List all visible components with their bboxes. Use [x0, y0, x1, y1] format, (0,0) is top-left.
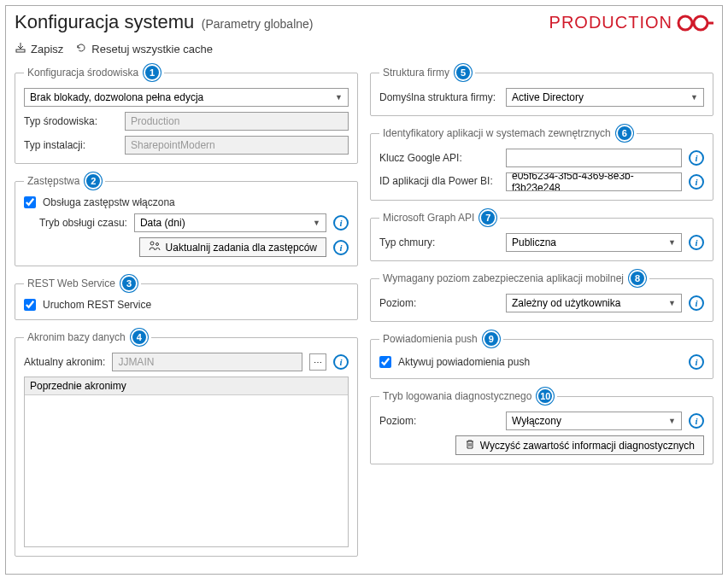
badge-1: 1 — [144, 64, 161, 81]
info-icon[interactable]: i — [333, 354, 349, 370]
current-acronym-field: JJMAIN — [112, 353, 302, 371]
mobile-security-group: Wymagany poziom zabezpieczenia aplikacji… — [370, 270, 713, 322]
env-type-field: Production — [125, 112, 349, 131]
svg-point-0 — [678, 16, 692, 30]
google-api-field[interactable] — [506, 149, 682, 167]
cloud-type-select[interactable]: Publiczna▼ — [506, 233, 682, 252]
environment-config-group: Konfiguracja środowiska1 Brak blokady, d… — [15, 64, 358, 164]
time-mode-select[interactable]: Data (dni)▼ — [134, 213, 326, 232]
powerbi-id-label: ID aplikacji dla Power BI: — [379, 176, 499, 187]
default-structure-label: Domyślna struktura firmy: — [379, 91, 499, 103]
substitutions-enabled-checkbox[interactable] — [24, 196, 36, 208]
info-icon[interactable]: i — [689, 235, 704, 250]
graph-api-group: Microsoft Graph API7 Typ chmury: Publicz… — [370, 209, 713, 261]
cloud-type-label: Typ chmury: — [379, 236, 499, 248]
push-notifications-group: Powiadomienia push9 Aktywuj powiadomieni… — [370, 330, 713, 379]
diag-level-label: Poziom: — [379, 415, 499, 427]
badge-4: 4 — [131, 329, 148, 346]
brand-label: PRODUCTION — [549, 13, 713, 32]
rest-enabled-checkbox[interactable] — [24, 299, 36, 311]
info-icon[interactable]: i — [333, 215, 349, 231]
install-type-field: SharepointModern — [125, 136, 349, 155]
svg-point-6 — [156, 243, 158, 246]
badge-2: 2 — [85, 172, 102, 190]
install-type-label: Typ instalacji: — [24, 139, 118, 151]
refresh-icon — [75, 42, 87, 56]
powerbi-id-field[interactable]: e05f6234-3f5d-4369-8e3b-f3b23e248 — [506, 172, 682, 191]
page-title: Konfiguracja systemu — [15, 11, 194, 32]
badge-10: 10 — [537, 388, 554, 405]
info-icon[interactable]: i — [333, 240, 349, 255]
google-api-label: Klucz Google API: — [379, 152, 499, 164]
reset-cache-button[interactable]: Resetuj wszystkie cache — [75, 42, 213, 56]
badge-3: 3 — [120, 275, 138, 292]
lock-mode-select[interactable]: Brak blokady, dozwolona pełna edycja▼ — [24, 88, 349, 107]
badge-6: 6 — [616, 125, 633, 142]
badge-5: 5 — [455, 64, 472, 81]
page-subtitle: (Parametry globalne) — [202, 17, 314, 31]
db-acronym-group: Akronim bazy danych4 Aktualny akronim: J… — [15, 329, 358, 557]
svg-point-5 — [150, 242, 154, 245]
trash-icon — [465, 439, 475, 452]
rest-enabled-label: Uruchom REST Service — [43, 299, 151, 311]
ellipsis-button[interactable]: ⋯ — [309, 353, 326, 371]
info-icon[interactable]: i — [689, 354, 704, 370]
push-enabled-label: Aktywuj powiadomienia push — [398, 356, 530, 368]
badge-8: 8 — [629, 270, 646, 287]
push-enabled-checkbox[interactable] — [379, 356, 391, 368]
substitutions-group: Zastępstwa2 Obsługa zastępstw włączona T… — [15, 172, 358, 266]
badge-9: 9 — [483, 330, 500, 347]
diagnostic-logging-group: Tryb logowania diagnostycznego10 Poziom:… — [370, 388, 713, 464]
previous-acronyms-header: Poprzednie akronimy — [25, 377, 348, 395]
substitutions-enabled-label: Obsługa zastępstw włączona — [43, 196, 175, 208]
update-tasks-button[interactable]: Uaktualnij zadania dla zastępców — [139, 237, 326, 257]
previous-acronyms-list[interactable]: Poprzednie akronimy — [24, 377, 349, 547]
brand-logo-icon — [676, 14, 713, 32]
save-icon — [15, 42, 26, 56]
security-level-label: Poziom: — [379, 297, 499, 309]
security-level-select[interactable]: Zależny od użytkownika▼ — [506, 294, 682, 312]
diag-level-select[interactable]: Wyłączony▼ — [506, 412, 682, 430]
save-button[interactable]: Zapisz — [15, 42, 63, 56]
svg-rect-4 — [16, 50, 25, 52]
env-type-label: Typ środowiska: — [24, 115, 118, 127]
rest-service-group: REST Web Service3 Uruchom REST Service — [15, 275, 358, 320]
external-ids-group: Identyfikatory aplikacji w systemach zew… — [370, 125, 713, 201]
company-structure-group: Struktura firmy5 Domyślna struktura firm… — [370, 64, 713, 116]
default-structure-select[interactable]: Active Directory▼ — [506, 88, 704, 107]
info-icon[interactable]: i — [689, 174, 704, 190]
info-icon[interactable]: i — [689, 413, 704, 429]
badge-7: 7 — [479, 209, 496, 226]
info-icon[interactable]: i — [689, 150, 704, 166]
clear-diagnostics-button[interactable]: Wyczyść zawartość informacji diagnostycz… — [455, 435, 704, 455]
info-icon[interactable]: i — [689, 295, 704, 311]
current-acronym-label: Aktualny akronim: — [24, 356, 105, 368]
people-icon — [149, 241, 161, 254]
svg-point-1 — [694, 16, 707, 30]
time-mode-label: Tryb obsługi czasu: — [39, 217, 127, 229]
